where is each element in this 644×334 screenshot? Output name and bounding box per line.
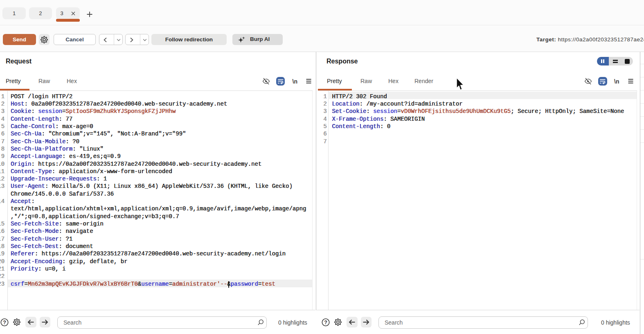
svg-text:?: ? <box>3 320 6 325</box>
svg-text:?: ? <box>324 320 327 325</box>
